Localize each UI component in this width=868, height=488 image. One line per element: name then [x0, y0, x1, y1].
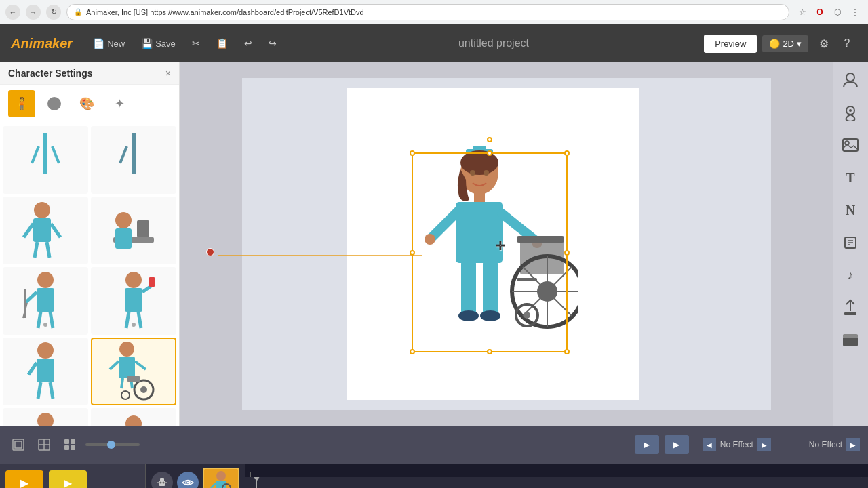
mode-selector[interactable]: 🟡 2D ▾: [762, 35, 808, 52]
svg-point-47: [37, 413, 54, 426]
play-next-button[interactable]: ▶: [665, 435, 689, 454]
svg-rect-16: [115, 228, 132, 249]
svg-rect-75: [517, 236, 564, 243]
selection-handle-bl[interactable]: [410, 349, 415, 354]
undo-button[interactable]: ↩: [237, 34, 259, 53]
list-item[interactable]: [3, 197, 88, 264]
grid-view-button[interactable]: [60, 434, 80, 455]
selection-handle-tl[interactable]: [410, 150, 415, 156]
svg-line-5: [120, 146, 127, 163]
list-item[interactable]: [3, 408, 88, 426]
copy-icon: 📋: [216, 38, 228, 49]
url-bar[interactable]: 🔒 Animaker, Inc [US] https://www.animake…: [66, 4, 789, 20]
list-item[interactable]: [3, 267, 88, 335]
sidebar-upload-icon[interactable]: [841, 298, 860, 317]
svg-point-86: [846, 73, 854, 81]
eye-icon-button[interactable]: [177, 472, 199, 488]
new-button[interactable]: 📄 New: [86, 34, 132, 53]
play-orange-button[interactable]: ▶: [5, 470, 43, 488]
sidebar-sticker-icon[interactable]: [841, 233, 860, 252]
anchor-point[interactable]: [206, 248, 214, 256]
list-item[interactable]: [3, 338, 88, 405]
panel-header: Character Settings ×: [0, 62, 179, 85]
sidebar-background-icon[interactable]: [841, 331, 860, 350]
svg-point-114: [187, 482, 189, 484]
zoom-slider[interactable]: [85, 443, 140, 446]
more-menu-icon[interactable]: ⋮: [848, 5, 863, 20]
svg-line-39: [110, 361, 119, 369]
svg-point-63: [484, 170, 489, 176]
tab-effects[interactable]: ✦: [106, 90, 133, 117]
svg-rect-105: [64, 445, 69, 450]
canvas-character-svg: [415, 142, 578, 366]
svg-rect-89: [843, 139, 858, 151]
play-button[interactable]: ▶: [635, 435, 659, 454]
fit-view-button[interactable]: [8, 434, 28, 455]
svg-point-110: [163, 482, 165, 484]
svg-point-73: [480, 310, 500, 321]
character-grid: [0, 123, 179, 426]
undo-icon: ↩: [244, 38, 252, 49]
sidebar-profile-icon[interactable]: [841, 70, 860, 89]
sidebar-caption-icon[interactable]: N: [841, 201, 860, 220]
canvas-inner: ✛: [347, 88, 639, 400]
svg-line-8: [24, 224, 33, 237]
svg-rect-106: [71, 445, 75, 450]
save-button[interactable]: 💾 Save: [134, 34, 182, 53]
character-timeline-item[interactable]: [203, 468, 239, 488]
list-item[interactable]: [3, 126, 88, 194]
list-item[interactable]: [91, 126, 176, 194]
sidebar-image-icon[interactable]: [841, 136, 860, 155]
list-item[interactable]: [91, 267, 176, 335]
save-label: Save: [155, 39, 176, 49]
preview-button[interactable]: Preview: [704, 35, 757, 53]
tab-character[interactable]: 🧍: [8, 90, 35, 117]
list-item[interactable]: [91, 408, 176, 426]
play-yellow-button[interactable]: ▶: [49, 470, 87, 488]
bookmark-icon[interactable]: ☆: [795, 5, 810, 20]
svg-line-117: [211, 483, 216, 488]
help-button[interactable]: ?: [837, 33, 857, 54]
svg-point-61: [460, 150, 498, 175]
selection-handle-ml[interactable]: [410, 250, 415, 256]
rotation-handle[interactable]: [487, 137, 492, 142]
mode-label: 2D: [783, 39, 794, 49]
list-item[interactable]: [91, 197, 176, 264]
cut-button[interactable]: ✂: [185, 34, 207, 53]
svg-line-10: [35, 242, 37, 258]
back-button[interactable]: ←: [5, 5, 20, 20]
effect2-next-button[interactable]: ▶: [846, 438, 860, 451]
canvas-workspace: ✛: [242, 78, 771, 410]
copy-button[interactable]: 📋: [210, 34, 235, 53]
extension1-icon[interactable]: ⬡: [830, 5, 845, 20]
svg-point-109: [160, 482, 162, 484]
character-on-canvas[interactable]: [415, 142, 578, 366]
effect1-prev-button[interactable]: ◀: [703, 438, 716, 451]
effect1-next-button[interactable]: ▶: [757, 438, 771, 451]
opera-icon[interactable]: O: [812, 5, 827, 20]
robot-icon-button[interactable]: [151, 472, 173, 488]
svg-line-22: [38, 312, 41, 328]
new-icon: 📄: [93, 38, 104, 49]
character-preview: [22, 341, 69, 402]
canvas-area: ✛: [180, 62, 833, 426]
zoom-handle[interactable]: [107, 441, 115, 449]
svg-point-37: [119, 342, 134, 357]
sidebar-music-icon[interactable]: ♪: [841, 266, 860, 285]
cut-icon: ✂: [192, 38, 200, 49]
svg-line-66: [432, 210, 459, 237]
close-panel-button[interactable]: ×: [165, 68, 171, 79]
expand-view-button[interactable]: [34, 434, 54, 455]
refresh-button[interactable]: ↻: [46, 5, 61, 20]
forward-button[interactable]: →: [26, 5, 41, 20]
list-item[interactable]: [91, 338, 176, 405]
settings-button[interactable]: ⚙: [814, 33, 834, 54]
sidebar-location-icon[interactable]: [841, 103, 860, 122]
svg-line-3: [52, 146, 59, 163]
redo-button[interactable]: ↪: [262, 34, 283, 53]
sidebar-text-icon[interactable]: T: [841, 168, 860, 187]
svg-point-67: [425, 234, 435, 245]
tab-head[interactable]: [41, 90, 68, 117]
timeline-track-icons: [146, 464, 245, 488]
tab-palette[interactable]: 🎨: [73, 90, 100, 117]
